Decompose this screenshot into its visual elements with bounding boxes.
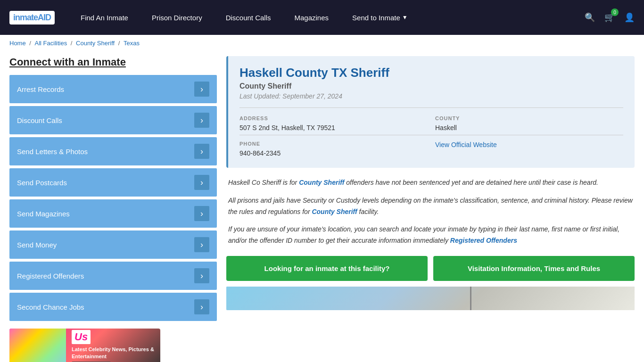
sidebar-arrow-icon: › xyxy=(194,237,209,252)
nav-send-to-inmate[interactable]: Send to Inmate ▼ xyxy=(340,0,420,35)
breadcrumb-sep-2: / xyxy=(71,40,74,47)
breadcrumb-all-facilities[interactable]: All Facilities xyxy=(35,40,67,47)
sidebar-item-discount-calls[interactable]: Discount Calls › xyxy=(9,106,217,134)
facility-title: Haskell County TX Sheriff xyxy=(239,66,623,80)
description-para1: Haskell Co Sheriff is for County Sheriff… xyxy=(228,177,633,189)
photo-divider xyxy=(470,287,471,310)
desc2-suffix: facility. xyxy=(357,208,379,215)
phone-value: 940-864-2345 xyxy=(239,148,428,158)
description-para3: If you are unsure of your inmate’s locat… xyxy=(228,224,633,247)
desc2-prefix: All prisons and jails have Security or C… xyxy=(228,197,633,215)
cta-find-inmate-button[interactable]: Looking for an inmate at this facility? xyxy=(226,256,428,281)
sidebar-item-send-letters[interactable]: Send Letters & Photos › xyxy=(9,137,217,165)
breadcrumb-home[interactable]: Home xyxy=(9,40,26,47)
sidebar-arrow-icon: › xyxy=(194,144,209,159)
nav-links: Find An Inmate Prison Directory Discount… xyxy=(69,0,585,35)
breadcrumb: Home / All Facilities / County Sheriff /… xyxy=(0,35,644,51)
facility-info-grid: ADDRESS 507 S 2nd St, Haskell, TX 79521 … xyxy=(239,107,623,133)
sidebar-arrow-icon: › xyxy=(194,299,209,314)
sidebar-item-send-money[interactable]: Send Money › xyxy=(9,230,217,259)
ad-headline: Latest Celebrity News, Pictures & Entert… xyxy=(72,346,155,360)
sidebar-item-label: Send Money xyxy=(17,241,57,249)
desc1-link[interactable]: County Sheriff xyxy=(299,179,344,186)
sidebar-arrow-icon: › xyxy=(194,268,209,283)
photo-strip-inner xyxy=(226,287,635,310)
sidebar-item-label: Arrest Records xyxy=(17,85,64,93)
address-label: ADDRESS xyxy=(239,115,428,121)
cta-visitation-button[interactable]: Visitation Information, Times and Rules xyxy=(433,256,635,281)
website-block: View Official Website xyxy=(435,141,623,158)
county-block: COUNTY Haskell xyxy=(435,115,623,133)
desc3-link[interactable]: Registered Offenders xyxy=(450,237,517,244)
cta-row: Looking for an inmate at this facility? … xyxy=(226,256,635,281)
nav-magazines[interactable]: Magazines xyxy=(283,0,341,35)
ad-image xyxy=(9,329,66,362)
desc2-link[interactable]: County Sheriff xyxy=(312,208,357,215)
address-block: ADDRESS 507 S 2nd St, Haskell, TX 79521 xyxy=(239,115,428,133)
sidebar-item-label: Second Chance Jobs xyxy=(17,303,84,311)
phone-label: PHONE xyxy=(239,141,428,147)
sidebar-arrow-icon: › xyxy=(194,175,209,190)
sidebar-arrow-icon: › xyxy=(194,206,209,221)
facility-photo-strip xyxy=(226,287,635,310)
sidebar-item-send-magazines[interactable]: Send Magazines › xyxy=(9,199,217,228)
facility-description: Haskell Co Sheriff is for County Sheriff… xyxy=(226,177,635,247)
sidebar-arrow-icon: › xyxy=(194,113,209,128)
nav-find-inmate[interactable]: Find An Inmate xyxy=(69,0,140,35)
sidebar-item-send-postcards[interactable]: Send Postcards › xyxy=(9,168,217,197)
sidebar-item-label: Send Postcards xyxy=(17,179,67,187)
phone-website-block: PHONE 940-864-2345 View Official Website xyxy=(239,135,623,158)
logo-text: inmate xyxy=(13,13,38,22)
nav-prison-directory[interactable]: Prison Directory xyxy=(140,0,214,35)
facility-last-updated: Last Updated: September 27, 2024 xyxy=(239,92,623,100)
phone-block: PHONE 940-864-2345 xyxy=(239,141,428,158)
sidebar-arrow-icon: › xyxy=(194,82,209,97)
official-website-link[interactable]: View Official Website xyxy=(435,141,497,148)
logo-accent: AID xyxy=(38,13,51,22)
county-value: Haskell xyxy=(435,123,623,133)
address-value: 507 S 2nd St, Haskell, TX 79521 xyxy=(239,123,428,133)
facility-card: Haskell County TX Sheriff County Sheriff… xyxy=(226,56,635,168)
breadcrumb-county-sheriff[interactable]: County Sheriff xyxy=(76,40,115,47)
desc1-suffix: offenders have not been sentenced yet an… xyxy=(344,179,598,186)
sidebar-item-label: Registered Offenders xyxy=(17,272,84,280)
desc3-prefix: If you are unsure of your inmate’s locat… xyxy=(228,225,619,244)
sidebar-item-label: Send Letters & Photos xyxy=(17,148,88,156)
ad-text-area: Us Latest Celebrity News, Pictures & Ent… xyxy=(66,329,160,362)
breadcrumb-sep-3: / xyxy=(118,40,122,47)
facility-subtitle: County Sheriff xyxy=(239,82,623,90)
main-container: Connect with an Inmate Arrest Records › … xyxy=(0,51,644,362)
navigation: inmateAID Find An Inmate Prison Director… xyxy=(0,0,644,35)
advertisement: Us Latest Celebrity News, Pictures & Ent… xyxy=(9,329,160,362)
sidebar: Connect with an Inmate Arrest Records › … xyxy=(9,56,217,362)
main-content: Haskell County TX Sheriff County Sheriff… xyxy=(226,56,635,362)
sidebar-title: Connect with an Inmate xyxy=(9,56,217,68)
breadcrumb-state[interactable]: Texas xyxy=(124,40,140,47)
nav-discount-calls[interactable]: Discount Calls xyxy=(214,0,283,35)
sidebar-item-arrest-records[interactable]: Arrest Records › xyxy=(9,75,217,103)
county-label: COUNTY xyxy=(435,115,623,121)
sidebar-item-second-chance-jobs[interactable]: Second Chance Jobs › xyxy=(9,293,217,321)
search-icon[interactable]: 🔍 xyxy=(585,12,595,23)
dropdown-arrow-icon: ▼ xyxy=(402,14,408,21)
ad-logo: Us xyxy=(72,330,91,344)
desc1-prefix: Haskell Co Sheriff is for xyxy=(228,179,299,186)
user-icon[interactable]: 👤 xyxy=(624,12,635,23)
description-para2: All prisons and jails have Security or C… xyxy=(228,195,633,218)
sidebar-item-label: Discount Calls xyxy=(17,116,62,124)
sidebar-item-label: Send Magazines xyxy=(17,210,70,218)
breadcrumb-sep-1: / xyxy=(29,40,33,47)
cart-icon[interactable]: 🛒 0 xyxy=(604,12,615,23)
sidebar-item-registered-offenders[interactable]: Registered Offenders › xyxy=(9,262,217,290)
nav-icons: 🔍 🛒 0 👤 xyxy=(585,12,635,23)
site-logo[interactable]: inmateAID xyxy=(9,11,55,25)
cart-badge: 0 xyxy=(611,8,619,16)
